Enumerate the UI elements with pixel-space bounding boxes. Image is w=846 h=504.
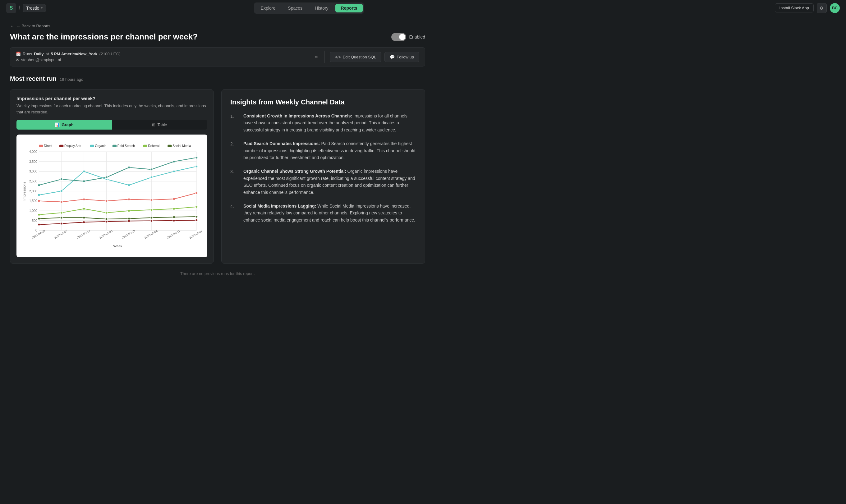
svg-point-38 <box>60 201 63 203</box>
svg-text:Display Ads: Display Ads <box>64 144 81 148</box>
run-ago: 19 hours ago <box>60 77 83 82</box>
svg-point-82 <box>150 217 153 219</box>
svg-point-69 <box>38 214 40 216</box>
svg-point-43 <box>173 198 175 200</box>
page-title: What are the impressions per channel per… <box>10 32 198 42</box>
svg-point-55 <box>83 170 85 173</box>
email-address: stephen@simplyput.ai <box>21 57 61 62</box>
svg-text:3,500: 3,500 <box>29 160 37 163</box>
svg-text:Referral: Referral <box>148 144 159 148</box>
utc-text: (2100 UTC) <box>100 52 121 56</box>
svg-text:Paid Search: Paid Search <box>118 144 135 148</box>
insight-2-text: Paid Search Dominates Impressions: Paid … <box>244 140 416 161</box>
svg-text:4,000: 4,000 <box>29 150 37 154</box>
svg-point-57 <box>128 184 130 186</box>
insight-item-4: Social Media Impressions Lagging: While … <box>230 203 416 223</box>
nav-right: Install Slack App ⚙ BC <box>775 3 840 13</box>
nav-item-history[interactable]: History <box>309 4 334 13</box>
svg-text:2,500: 2,500 <box>29 180 37 183</box>
insight-item-1: Consistent Growth in Impressions Across … <box>230 112 416 133</box>
workspace-button[interactable]: Trestle ▾ <box>23 4 46 12</box>
svg-point-49 <box>128 220 130 222</box>
svg-point-63 <box>83 180 85 182</box>
svg-point-83 <box>173 216 175 218</box>
svg-point-42 <box>150 199 153 201</box>
svg-rect-93 <box>143 145 147 147</box>
chart-container: 05001,0001,5002,0002,5003,0003,5004,0002… <box>17 134 207 257</box>
insight-item-3: Organic Channel Shows Strong Growth Pote… <box>230 168 416 196</box>
svg-point-44 <box>195 192 198 195</box>
svg-point-47 <box>83 221 85 223</box>
insight-1-heading: Consistent Growth in Impressions Across … <box>244 113 352 119</box>
svg-text:3,000: 3,000 <box>29 170 37 173</box>
svg-text:1,500: 1,500 <box>29 199 37 203</box>
svg-point-76 <box>195 206 198 208</box>
follow-up-label: Follow up <box>397 55 414 59</box>
footer-no-runs: There are no previous runs for this repo… <box>10 271 425 276</box>
two-col-layout: Impressions per channel per week? Weekly… <box>10 89 425 264</box>
gear-icon: ⚙ <box>820 5 824 11</box>
svg-point-68 <box>195 156 198 159</box>
svg-rect-89 <box>90 145 94 147</box>
svg-point-78 <box>60 217 63 219</box>
svg-point-74 <box>150 209 153 211</box>
edit-sql-label: Edit Question SQL <box>343 55 376 59</box>
back-label: ← Back to Reports <box>17 24 50 28</box>
logo-icon: S <box>6 3 16 13</box>
svg-text:Organic: Organic <box>95 144 106 148</box>
settings-button[interactable]: ⚙ <box>817 3 827 13</box>
svg-point-59 <box>173 170 175 173</box>
enabled-toggle[interactable] <box>391 33 406 41</box>
svg-point-39 <box>83 198 85 201</box>
chart-tabs: 📊 Graph ⊞ Table <box>17 120 207 130</box>
run-header: Most recent run 19 hours ago <box>10 75 425 84</box>
back-arrow-icon: ← <box>10 24 14 28</box>
svg-point-58 <box>150 176 153 179</box>
chart-desc: Weekly impressions for each marketing ch… <box>17 103 207 115</box>
nav-item-reports[interactable]: Reports <box>335 4 363 13</box>
meta-actions: </> Edit Question SQL 💬 Follow up <box>330 52 419 62</box>
svg-point-41 <box>128 198 130 201</box>
svg-point-45 <box>38 223 40 226</box>
svg-text:Social Media: Social Media <box>173 144 191 148</box>
svg-point-70 <box>60 212 63 214</box>
tab-table[interactable]: ⊞ Table <box>112 120 207 130</box>
avatar[interactable]: BC <box>830 3 840 13</box>
svg-text:1,000: 1,000 <box>29 209 37 213</box>
line-chart: 05001,0001,5002,0002,5003,0003,5004,0002… <box>21 140 202 251</box>
at-text: at <box>46 52 49 56</box>
logo-area: S / Trestle ▾ <box>6 3 46 13</box>
chart-panel: Impressions per channel per week? Weekly… <box>10 89 214 264</box>
svg-point-40 <box>105 200 108 202</box>
edit-sql-button[interactable]: </> Edit Question SQL <box>330 52 381 62</box>
svg-point-64 <box>105 176 108 179</box>
chart-title: Impressions per channel per week? <box>17 96 207 101</box>
svg-point-50 <box>150 220 153 222</box>
svg-point-52 <box>195 219 198 221</box>
svg-point-37 <box>38 200 40 202</box>
main-content: ← ← Back to Reports What are the impress… <box>0 16 435 283</box>
workspace-label: Trestle <box>26 5 39 11</box>
topnav: S / Trestle ▾ Explore Spaces History Rep… <box>0 0 846 16</box>
follow-up-button[interactable]: 💬 Follow up <box>384 52 419 62</box>
svg-point-67 <box>173 160 175 163</box>
nav-item-explore[interactable]: Explore <box>255 4 281 13</box>
insight-4-text: Social Media Impressions Lagging: While … <box>244 203 416 223</box>
svg-rect-85 <box>39 145 43 147</box>
tab-graph-label: Graph <box>61 122 73 127</box>
svg-point-62 <box>60 178 63 181</box>
schedule-time: 5 PM America/New_York <box>51 52 97 56</box>
edit-button[interactable]: ✏ <box>313 53 320 60</box>
svg-text:Week: Week <box>113 244 122 248</box>
email-info: ✉ stephen@simplyput.ai <box>16 57 309 62</box>
tab-graph[interactable]: 📊 Graph <box>17 120 112 130</box>
back-to-reports-button[interactable]: ← ← Back to Reports <box>10 24 50 28</box>
svg-point-65 <box>128 166 130 169</box>
svg-rect-87 <box>59 145 64 147</box>
svg-point-71 <box>83 208 85 210</box>
insights-title: Insights from Weekly Channel Data <box>230 98 416 106</box>
nav-item-spaces[interactable]: Spaces <box>282 4 308 13</box>
install-slack-button[interactable]: Install Slack App <box>775 3 814 13</box>
toggle-label: Enabled <box>409 35 425 39</box>
insight-3-heading: Organic Channel Shows Strong Growth Pote… <box>244 169 346 174</box>
